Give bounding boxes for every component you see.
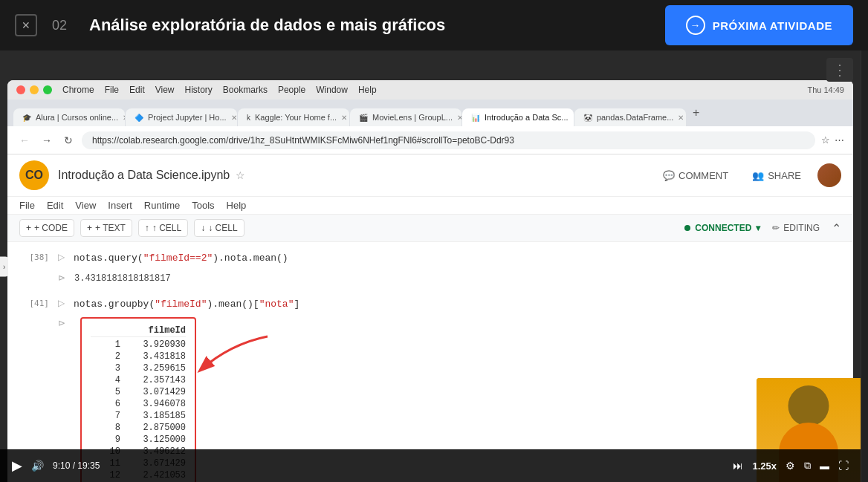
main-content: ⋮ Chrome File Edit View History Bookmark…	[0, 51, 868, 482]
pip-button[interactable]: ⧉	[804, 460, 811, 472]
close-button[interactable]: ✕	[15, 14, 37, 36]
tab-label-kaggle: Kaggle: Your Home f...	[255, 113, 337, 122]
time-display: 9:10 / 19:35	[53, 460, 112, 471]
tab-close-alura[interactable]: ✕	[123, 114, 125, 122]
tab-movielens[interactable]: 🎬 MovieLens | GroupL... ✕	[350, 108, 461, 126]
menu-view[interactable]: View	[75, 200, 96, 211]
tab-favicon-jupyter: 🔷	[135, 114, 143, 122]
mac-menu-edit[interactable]: Edit	[129, 85, 145, 95]
cell-38: [38] ▷ notas.query("filmeId==2").nota.me…	[7, 248, 853, 269]
cell-38-expand[interactable]: ▷	[58, 251, 65, 262]
colab-menubar: File Edit View Insert Runtime Tools Help	[7, 197, 853, 215]
table-row: 93.125000	[91, 434, 186, 446]
connected-dot	[684, 225, 690, 231]
mac-menu-window[interactable]: Window	[316, 85, 348, 95]
tab-close-pandas[interactable]: ✕	[678, 114, 684, 122]
mac-menu-help[interactable]: Help	[358, 85, 377, 95]
cell-41-counter: [41]	[19, 297, 49, 308]
cell-38-output-value: 3.4318181818181817	[74, 272, 171, 285]
cell-38-counter: [38]	[19, 251, 49, 262]
forward-button[interactable]: →	[39, 133, 55, 148]
play-button[interactable]: ▶	[12, 457, 22, 474]
mac-menu-people[interactable]: People	[278, 85, 305, 95]
tab-label-movielens: MovieLens | GroupL...	[372, 113, 453, 122]
lesson-title: Análise exploratória de dados e mais grá…	[89, 16, 650, 35]
mac-menu-file[interactable]: File	[105, 85, 119, 95]
table-row: 42.357143	[91, 374, 186, 386]
menu-tools[interactable]: Tools	[192, 200, 214, 211]
cell-41-code[interactable]: notas.groupby("filmeId").mean()["nota"]	[74, 297, 299, 312]
cell-38-output-counter	[19, 272, 49, 273]
tab-favicon-movielens: 🎬	[359, 114, 368, 122]
arrow-down-icon: ↓	[201, 223, 205, 233]
tab-pandas[interactable]: 🐼 pandas.DataFrame... ✕	[574, 108, 686, 126]
menu-help[interactable]: Help	[227, 200, 247, 211]
menu-insert[interactable]: Insert	[108, 200, 132, 211]
table-row: 53.071429	[91, 386, 186, 398]
extensions-icon[interactable]: ⋯	[835, 134, 844, 146]
expand-button[interactable]: ⌃	[832, 221, 841, 235]
menu-file[interactable]: File	[19, 200, 35, 211]
tab-close-jupyter[interactable]: ✕	[231, 114, 237, 122]
table-row: 82.875000	[91, 422, 186, 434]
chrome-window: Chrome File Edit View History Bookmarks …	[7, 80, 853, 482]
mac-maximize-button[interactable]	[43, 85, 52, 94]
tab-label-pandas: pandas.DataFrame...	[597, 113, 673, 122]
connected-chevron[interactable]: ▾	[756, 223, 760, 233]
cell-41-code-line: notas.groupby("filmeId").mean()["nota"]	[74, 297, 299, 312]
table-row: 23.431818	[91, 351, 186, 362]
next-activity-button[interactable]: → PRÓXIMA ATIVIDADE	[665, 5, 853, 45]
mac-minimize-button[interactable]	[30, 85, 39, 94]
tab-label-jupyter: Project Jupyter | Ho...	[148, 113, 227, 122]
mac-close-button[interactable]	[16, 85, 25, 94]
mac-menu-view[interactable]: View	[155, 85, 175, 95]
lesson-number: 02	[52, 18, 74, 33]
three-dots-menu[interactable]: ⋮	[826, 58, 853, 82]
video-controls: ▶ 🔊 9:10 / 19:35 ⏭ 1.25x ⚙ ⧉ ▬ ⛶	[0, 449, 861, 482]
cell-down-button[interactable]: ↓ ↓ CELL	[194, 219, 244, 237]
cell-41-expand[interactable]: ▷	[58, 297, 65, 308]
speed-button[interactable]: 1.25x	[752, 460, 777, 472]
cell-38-code[interactable]: notas.query("filmeId==2").nota.mean()	[74, 251, 288, 266]
back-button[interactable]: ←	[16, 133, 33, 148]
fullscreen-button[interactable]: ⛶	[838, 460, 849, 472]
reload-button[interactable]: ↻	[61, 133, 76, 148]
tab-close-colab[interactable]: ✕	[573, 114, 574, 122]
editing-label: EDITING	[783, 223, 820, 233]
mac-right-icons: Thu 14:49	[807, 85, 844, 94]
add-text-button[interactable]: + + TEXT	[80, 219, 132, 237]
mac-menu-history[interactable]: History	[185, 85, 213, 95]
tab-alura[interactable]: 🎓 Alura | Cursos online... ✕	[13, 108, 125, 126]
theater-button[interactable]: ▬	[820, 460, 829, 472]
close-icon: ✕	[22, 19, 30, 31]
address-bar-icons: ☆ ⋯	[821, 134, 844, 146]
tab-colab[interactable]: 📊 Introdução a Data Sc... ✕	[462, 108, 574, 126]
tab-close-kaggle[interactable]: ✕	[341, 114, 347, 122]
bookmark-icon[interactable]: ☆	[821, 134, 830, 146]
colab-header-right: 💬 COMMENT 👥 SHARE	[655, 163, 841, 187]
tab-kaggle[interactable]: k Kaggle: Your Home f... ✕	[238, 108, 349, 126]
menu-runtime[interactable]: Runtime	[144, 200, 180, 211]
cell-41: [41] ▷ notas.groupby("filmeId").mean()["…	[7, 294, 853, 315]
menu-edit[interactable]: Edit	[47, 200, 63, 211]
pencil-icon: ✏	[772, 223, 780, 233]
share-button[interactable]: 👥 SHARE	[745, 166, 809, 185]
user-avatar[interactable]	[817, 163, 841, 187]
plus-code-icon: +	[26, 223, 31, 233]
tab-jupyter[interactable]: 🔷 Project Jupyter | Ho... ✕	[126, 108, 237, 126]
comment-button[interactable]: 💬 COMMENT	[655, 166, 736, 185]
mac-menu-bookmarks[interactable]: Bookmarks	[223, 85, 268, 95]
skip-forward-button[interactable]: ⏭	[733, 460, 743, 472]
settings-button[interactable]: ⚙	[786, 460, 795, 472]
mac-menu-chrome[interactable]: Chrome	[62, 85, 94, 95]
share-icon: 👥	[752, 170, 764, 181]
address-input[interactable]	[82, 131, 815, 149]
star-icon[interactable]: ☆	[236, 169, 245, 181]
new-tab-button[interactable]: +	[687, 106, 705, 120]
cell-up-button[interactable]: ↑ ↑ CELL	[138, 219, 188, 237]
tab-favicon-alura: 🎓	[22, 114, 31, 122]
volume-button[interactable]: 🔊	[31, 460, 44, 472]
tab-close-movielens[interactable]: ✕	[457, 114, 461, 122]
tab-favicon-colab: 📊	[471, 114, 480, 122]
add-code-button[interactable]: + + CODE	[19, 219, 74, 237]
